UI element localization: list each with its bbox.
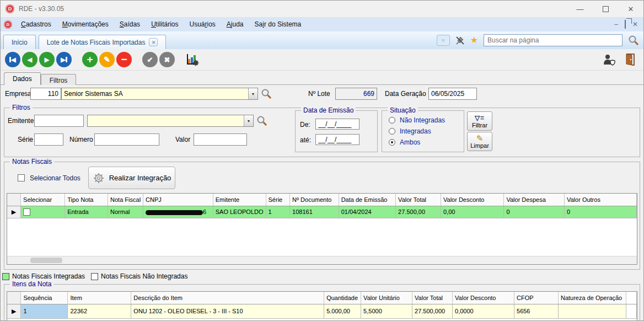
mdi-close-button[interactable]: ✕ [632, 21, 638, 28]
next-record-button[interactable]: ▶ [39, 52, 55, 67]
tab-close-button[interactable]: ✕ [149, 38, 158, 46]
lote-value-field [335, 88, 377, 100]
confirm-button[interactable]: ✔ [142, 52, 158, 67]
header-indicator [7, 292, 21, 304]
search-icon[interactable] [628, 35, 639, 46]
ate-date-input[interactable] [315, 134, 359, 145]
col-quantidade[interactable]: Quantidade [324, 292, 361, 304]
scrollbar-thumb[interactable] [30, 258, 62, 263]
menu-usuarios[interactable]: Usuários [184, 17, 221, 31]
col-valor-outros[interactable]: Valor Outros [564, 194, 636, 206]
data-geracao-input[interactable] [428, 88, 477, 100]
tab-inicio[interactable]: Início [3, 35, 36, 49]
col-natureza[interactable]: Natureza de Operação [558, 292, 626, 304]
user-security-icon[interactable] [603, 54, 616, 66]
mdi-restore-button[interactable] [625, 20, 626, 28]
close-button[interactable]: ✕ [618, 1, 643, 17]
emitente-search-icon[interactable] [256, 115, 267, 126]
maximize-button[interactable] [593, 1, 618, 17]
horizontal-scrollbar[interactable] [7, 256, 637, 264]
tab-lote-notas-fiscais-importadas[interactable]: Lote de Notas Fiscais Importadas ✕ [39, 35, 167, 49]
filtrar-button[interactable]: ▽= Filtrar [467, 111, 492, 131]
col-valor-unitario[interactable]: Valor Unitário [361, 292, 412, 304]
col-nota-fiscal[interactable]: Nota Fiscal [108, 194, 143, 206]
radio-integradas[interactable] [389, 128, 395, 135]
header-filler [626, 292, 636, 304]
numero-label: Número [69, 136, 93, 143]
tab-filtros[interactable]: Filtros [41, 74, 77, 85]
serie-input[interactable] [34, 133, 63, 146]
situacao-groupbox: Situação Não Integradas Integradas Ambos [382, 110, 464, 152]
col-valor-desconto-item[interactable]: Valor Desconto [453, 292, 514, 304]
de-label: De: [300, 121, 310, 129]
ate-label: até: [300, 136, 311, 144]
menu-cadastros[interactable]: Cadastros [15, 17, 57, 31]
nota-row[interactable]: ▶ Entrada Normal 6 SAO LEOPOLDO 1 108161… [7, 206, 637, 218]
col-valor-total-item[interactable]: Valor Total [412, 292, 453, 304]
limpar-button[interactable]: ✎ Limpar [467, 132, 492, 151]
favorites-dropdown-button[interactable]: ♥ [437, 35, 450, 46]
mdi-app-icon-letter: D [7, 22, 10, 27]
chevron-down-icon: ▼ [251, 92, 255, 96]
col-item[interactable]: Item [68, 292, 131, 304]
add-record-button[interactable]: + [82, 52, 98, 67]
realizar-integracao-button[interactable]: Realizar Integração [88, 167, 175, 189]
empresa-code-input[interactable] [30, 88, 61, 100]
col-serie[interactable]: Série [266, 194, 290, 206]
col-sequencia[interactable]: Sequência [21, 292, 68, 304]
chart-settings-icon[interactable] [185, 52, 200, 67]
delete-record-button[interactable]: − [116, 52, 132, 67]
col-tipo-nota[interactable]: Tipo Nota [65, 194, 108, 206]
menu-ajuda[interactable]: Ajuda [221, 17, 249, 31]
numero-input[interactable] [94, 133, 159, 146]
col-selecionar[interactable]: Selecionar [21, 194, 65, 206]
col-num-documento[interactable]: Nº Documento [290, 194, 339, 206]
menu-saidas[interactable]: Saídas [114, 17, 146, 31]
radio-nao-integradas[interactable] [389, 117, 395, 124]
favorite-star-icon[interactable]: ★ [470, 36, 478, 45]
empresa-search-icon[interactable] [261, 88, 272, 99]
notas-header-row: Selecionar Tipo Nota Nota Fiscal CNPJ Em… [7, 194, 637, 206]
menu-sair-do-sistema[interactable]: Sair do Sistema [249, 17, 307, 31]
last-record-button[interactable]: ▶ [56, 52, 72, 67]
emitente-code-input[interactable] [34, 115, 84, 127]
col-emitente[interactable]: Emitente [213, 194, 266, 206]
data-emissao-groupbox: Data de Emissão De: até: [295, 110, 378, 152]
emitente-combo-dropdown[interactable]: ▼ [244, 115, 253, 126]
valor-input[interactable] [194, 133, 247, 146]
cancel-button[interactable]: ✖ [159, 52, 175, 67]
add-icon: + [87, 54, 93, 66]
chevron-down-icon: ▼ [247, 119, 251, 123]
header-indicator [7, 194, 21, 206]
radio-ambos[interactable] [389, 139, 395, 146]
first-record-button[interactable]: ◀ [5, 52, 20, 67]
mdi-minimize-button[interactable]: – [614, 21, 618, 28]
col-valor-despesa[interactable]: Valor Despesa [504, 194, 565, 206]
de-date-input[interactable] [315, 119, 359, 130]
serie-label: Série [18, 136, 33, 143]
exit-door-icon[interactable] [625, 54, 636, 66]
empresa-combo-dropdown[interactable]: ▼ [248, 88, 257, 99]
col-data-emissao[interactable]: Data de Emissão [339, 194, 395, 206]
col-valor-desconto[interactable]: Valor Desconto [441, 194, 504, 206]
cell-quantidade: 5.000,00 [324, 304, 361, 318]
col-descricao[interactable]: Descrição do Item [131, 292, 324, 304]
menu-movimentacoes[interactable]: Movimentações [57, 17, 114, 31]
empresa-combo[interactable]: Senior Sistemas SA ▼ [61, 88, 258, 100]
previous-record-button[interactable]: ◀ [22, 52, 37, 67]
minimize-button[interactable]: — [567, 1, 593, 17]
edit-record-button[interactable]: ✎ [99, 52, 115, 67]
col-cnpj[interactable]: CNPJ [143, 194, 213, 206]
col-valor-total[interactable]: Valor Total [396, 194, 441, 206]
search-input[interactable] [484, 34, 622, 46]
menu-utilitarios[interactable]: Utilitários [146, 17, 184, 31]
unpin-icon[interactable] [455, 36, 465, 45]
tab-dados[interactable]: Dados [4, 72, 41, 85]
selecionar-todos-checkbox[interactable] [18, 174, 25, 181]
filter-funnel-icon: ▽= [475, 114, 485, 122]
item-row[interactable]: ▶ 1 22362 ONU 1202 - OLEO DIESEL - 3 - I… [7, 304, 637, 318]
col-cfop[interactable]: CFOP [514, 292, 559, 304]
emitente-combo[interactable]: ▼ [87, 115, 254, 127]
edit-pencil-icon: ✎ [104, 55, 110, 64]
row-checkbox[interactable] [23, 208, 30, 216]
